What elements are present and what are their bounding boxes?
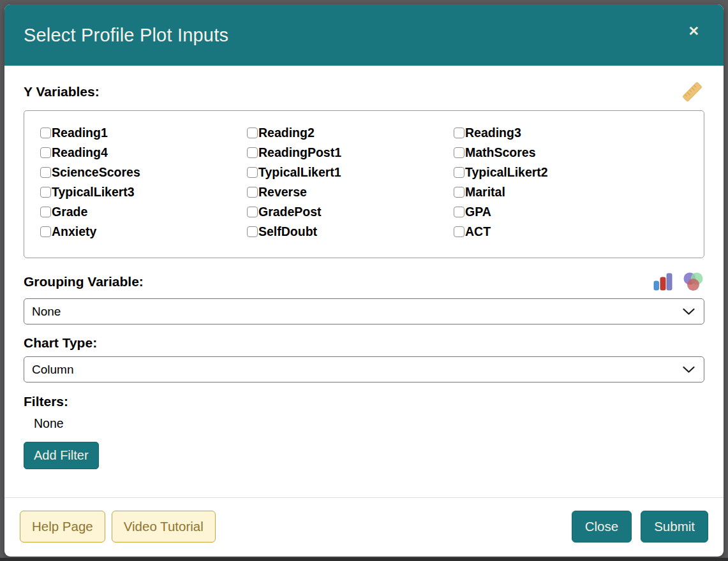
y-variable-item: Reading3 bbox=[454, 125, 688, 141]
filters-label: Filters: bbox=[24, 394, 704, 409]
y-variable-checkbox-label[interactable]: Reading1 bbox=[52, 126, 108, 140]
y-variable-checkbox[interactable] bbox=[247, 187, 258, 198]
profile-plot-inputs-dialog: Select Profile Plot Inputs ✕ Y Variables… bbox=[4, 4, 724, 557]
y-variable-checkbox-label[interactable]: Grade bbox=[52, 205, 87, 219]
y-variable-item: ScienceScores bbox=[40, 164, 247, 180]
y-variable-item: Reading2 bbox=[247, 125, 454, 141]
close-button[interactable]: Close bbox=[572, 511, 632, 543]
y-variable-checkbox-label[interactable]: Reverse bbox=[258, 185, 307, 200]
y-variable-checkbox-label[interactable]: Anxiety bbox=[52, 224, 96, 239]
y-variable-checkbox-label[interactable]: GPA bbox=[465, 205, 491, 219]
grouping-variable-select-wrap: None bbox=[24, 298, 704, 324]
y-variable-checkbox-label[interactable]: ScienceScores bbox=[52, 165, 140, 180]
footer-right-group: Close Submit bbox=[572, 511, 708, 543]
y-variable-item: GradePost bbox=[247, 204, 454, 220]
y-variable-checkbox-label[interactable]: Reading2 bbox=[258, 126, 315, 140]
y-variable-checkbox[interactable] bbox=[40, 226, 51, 237]
y-variable-checkbox-label[interactable]: SelfDoubt bbox=[258, 224, 317, 239]
y-variable-checkbox[interactable] bbox=[40, 187, 51, 198]
y-variable-checkbox[interactable] bbox=[454, 127, 464, 138]
y-variable-item: MathScores bbox=[454, 145, 688, 161]
grouping-icon-group bbox=[652, 271, 704, 293]
y-variable-checkbox[interactable] bbox=[454, 167, 464, 178]
dialog-title: Select Profile Plot Inputs bbox=[24, 25, 228, 46]
y-variable-checkbox[interactable] bbox=[454, 187, 464, 198]
y-variable-checkbox[interactable] bbox=[247, 147, 258, 158]
add-filter-button[interactable]: Add Filter bbox=[24, 442, 99, 469]
y-variable-item: ReadingPost1 bbox=[247, 145, 454, 161]
y-variable-checkbox-label[interactable]: TypicalLikert1 bbox=[258, 165, 341, 180]
chart-type-label: Chart Type: bbox=[24, 335, 704, 351]
y-variable-checkbox[interactable] bbox=[454, 207, 464, 217]
dialog-header: Select Profile Plot Inputs ✕ bbox=[4, 4, 724, 66]
y-variable-checkbox[interactable] bbox=[40, 207, 51, 217]
y-variable-checkbox-label[interactable]: GradePost bbox=[258, 205, 322, 219]
y-variables-label: Y Variables: bbox=[24, 84, 100, 99]
y-variable-checkbox[interactable] bbox=[247, 167, 258, 178]
y-variable-checkbox-label[interactable]: Reading3 bbox=[465, 126, 521, 140]
filters-value: None bbox=[34, 416, 704, 431]
y-variable-checkbox[interactable] bbox=[454, 147, 464, 158]
y-variable-item: TypicalLikert1 bbox=[247, 164, 454, 180]
y-variable-checkbox[interactable] bbox=[454, 226, 464, 237]
y-variable-item: Reading4 bbox=[40, 145, 247, 161]
dialog-body: Y Variables: Reading1Reading2Reading3Rea… bbox=[4, 66, 724, 497]
y-variable-item: Marital bbox=[454, 184, 688, 200]
footer-left-group: Help Page Video Tutorial bbox=[20, 511, 216, 543]
y-variable-checkbox-label[interactable]: TypicalLikert3 bbox=[52, 185, 135, 200]
window-bottom-edge bbox=[0, 558, 728, 561]
y-variable-checkbox-label[interactable]: ReadingPost1 bbox=[258, 145, 341, 160]
help-page-button[interactable]: Help Page bbox=[20, 511, 105, 543]
video-tutorial-button[interactable]: Video Tutorial bbox=[112, 511, 216, 543]
venn-diagram-icon[interactable] bbox=[681, 271, 704, 293]
y-variable-checkbox[interactable] bbox=[40, 167, 51, 178]
y-variable-item: Reading1 bbox=[40, 125, 247, 141]
chart-type-select-wrap: Column bbox=[24, 356, 704, 382]
y-variables-header-row: Y Variables: bbox=[24, 80, 704, 104]
y-variables-panel: Reading1Reading2Reading3Reading4ReadingP… bbox=[24, 110, 704, 258]
grouping-variable-select[interactable]: None bbox=[24, 298, 704, 324]
y-variable-checkbox-label[interactable]: Reading4 bbox=[52, 145, 108, 160]
chart-type-select[interactable]: Column bbox=[24, 356, 704, 382]
bar-chart-icon[interactable] bbox=[652, 272, 674, 291]
submit-button[interactable]: Submit bbox=[641, 511, 708, 543]
y-variable-checkbox-label[interactable]: MathScores bbox=[465, 145, 536, 160]
dialog-footer: Help Page Video Tutorial Close Submit bbox=[4, 497, 724, 557]
grouping-variable-header-row: Grouping Variable: bbox=[24, 271, 704, 293]
grouping-variable-label: Grouping Variable: bbox=[24, 274, 144, 289]
y-variable-item: SelfDoubt bbox=[247, 224, 454, 240]
y-variable-item: Anxiety bbox=[40, 224, 247, 240]
y-variable-item: TypicalLikert2 bbox=[454, 164, 688, 180]
y-variable-item: Grade bbox=[40, 204, 247, 220]
y-variable-checkbox[interactable] bbox=[40, 147, 51, 158]
y-variable-checkbox[interactable] bbox=[40, 127, 51, 138]
y-variable-item: TypicalLikert3 bbox=[40, 184, 247, 200]
ruler-icon[interactable] bbox=[680, 80, 704, 104]
y-variable-item: ACT bbox=[454, 224, 688, 240]
y-variable-item: GPA bbox=[454, 204, 688, 220]
y-variable-checkbox-label[interactable]: TypicalLikert2 bbox=[465, 165, 548, 180]
close-icon[interactable]: ✕ bbox=[683, 22, 704, 40]
y-variable-checkbox-label[interactable]: Marital bbox=[465, 185, 505, 200]
y-variable-checkbox[interactable] bbox=[247, 226, 258, 237]
y-variable-checkbox[interactable] bbox=[247, 127, 258, 138]
y-variable-checkbox[interactable] bbox=[247, 207, 258, 217]
y-variable-checkbox-label[interactable]: ACT bbox=[465, 224, 491, 239]
y-variable-item: Reverse bbox=[247, 184, 454, 200]
